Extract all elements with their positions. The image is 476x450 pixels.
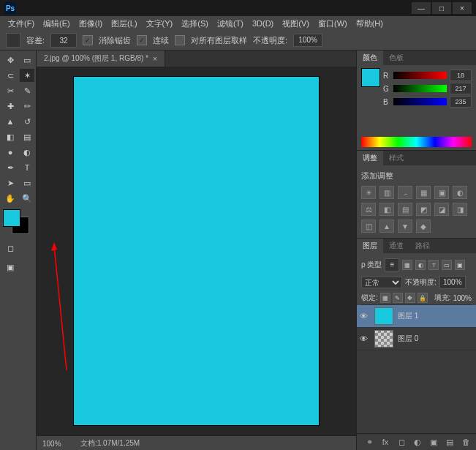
hand-tool[interactable]: ✋ [3,192,18,205]
menu-edit[interactable]: 编辑(E) [39,17,74,31]
document-tab-close-icon[interactable]: × [153,55,157,63]
adj-exposure-icon[interactable]: ▦ [416,186,431,199]
layer-style-icon[interactable]: fx [379,436,391,448]
foreground-swatch[interactable] [3,209,20,227]
layer-name[interactable]: 图层 1 [398,311,418,321]
maximize-button[interactable]: □ [432,2,451,14]
tab-paths[interactable]: 路径 [409,239,436,253]
adj-gradient-map-icon[interactable]: ▼ [398,220,412,233]
menu-type[interactable]: 文字(Y) [143,17,177,31]
b-slider[interactable] [393,98,447,105]
menu-select[interactable]: 选择(S) [178,17,212,31]
new-fill-icon[interactable]: ◐ [412,436,423,448]
eraser-tool[interactable]: ◧ [3,130,18,143]
menu-window[interactable]: 窗口(W) [314,17,351,31]
adj-vibrance-icon[interactable]: ▣ [434,186,449,199]
move-tool[interactable]: ✥ [3,53,18,67]
pen-tool[interactable]: ✒ [3,161,18,174]
brush-tool[interactable]: ✏ [20,100,34,113]
lock-position-icon[interactable]: ✥ [405,293,415,303]
layer-thumbnail[interactable] [374,330,393,348]
tab-adjustments[interactable]: 调整 [357,151,383,165]
sampleall-checkbox[interactable] [175,35,185,45]
layer-kind-select[interactable]: ≡ [385,258,399,271]
layer-opacity-value[interactable]: 100% [439,276,466,289]
tab-layers[interactable]: 图层 [357,239,383,253]
delete-layer-icon[interactable]: 🗑 [460,436,472,448]
zoom-tool[interactable]: 🔍 [20,192,34,205]
menu-layer[interactable]: 图层(L) [107,17,140,31]
adj-hue-icon[interactable]: ◐ [453,186,467,199]
layer-item[interactable]: 👁图层 1 [357,305,476,328]
adj-color-balance-icon[interactable]: ⚖ [361,203,376,216]
link-layers-icon[interactable]: ⚭ [363,436,375,448]
adj-threshold-icon[interactable]: ▲ [379,220,394,233]
type-tool[interactable]: T [20,161,34,174]
lock-all-icon[interactable]: 🔒 [418,293,428,303]
adj-photo-filter-icon[interactable]: ▤ [398,203,412,216]
tab-swatches[interactable]: 色板 [383,50,409,65]
layer-item[interactable]: 👁图层 0 [357,328,476,350]
opacity-value[interactable]: 100% [293,34,322,47]
healing-tool[interactable]: ✚ [3,100,18,113]
menu-help[interactable]: 帮助(H) [352,17,387,31]
menu-view[interactable]: 视图(V) [279,17,313,31]
antialias-checkbox[interactable]: ✓ [83,35,93,45]
canvas-area[interactable] [37,67,356,435]
color-sample-swatch[interactable] [361,68,380,87]
dodge-tool[interactable]: ◐ [20,146,34,159]
adj-lookup-icon[interactable]: ◪ [434,203,449,216]
stamp-tool[interactable]: ▲ [3,115,18,128]
filter-smart-icon[interactable]: ▣ [455,260,465,270]
layer-thumbnail[interactable] [374,307,393,325]
adj-invert-icon[interactable]: ◨ [453,203,467,216]
close-button[interactable]: × [453,2,472,14]
b-value[interactable]: 235 [450,96,472,108]
adj-curves-icon[interactable]: ⦧ [398,186,412,199]
gradient-tool[interactable]: ▤ [20,130,34,143]
quick-mask-button[interactable]: ◻ [3,241,18,255]
adj-levels-icon[interactable]: ▥ [379,186,394,199]
shape-tool[interactable]: ▭ [20,176,34,190]
tab-color[interactable]: 颜色 [357,50,383,65]
menu-3d[interactable]: 3D(D) [249,18,277,29]
canvas[interactable] [74,77,319,425]
minimize-button[interactable]: — [412,2,431,14]
tool-preset-icon[interactable] [6,33,20,48]
color-spectrum[interactable] [361,137,472,147]
filter-pixels-icon[interactable]: ▦ [402,260,412,270]
adj-selective-color-icon[interactable]: ◆ [416,220,431,233]
menu-image[interactable]: 图像(I) [75,17,106,31]
marquee-tool[interactable]: ▭ [20,53,34,67]
history-brush-tool[interactable]: ↺ [20,115,34,128]
new-layer-icon[interactable]: ▤ [444,436,456,448]
menu-file[interactable]: 文件(F) [4,17,38,31]
adj-bw-icon[interactable]: ◧ [379,203,394,216]
tab-channels[interactable]: 通道 [383,239,409,253]
blur-tool[interactable]: ● [3,146,18,159]
filter-shape-icon[interactable]: ▭ [442,260,452,270]
adj-brightness-icon[interactable]: ☀ [361,186,376,199]
tolerance-input[interactable] [50,33,77,48]
screen-mode-button[interactable]: ▣ [3,260,18,274]
adj-posterize-icon[interactable]: ◫ [361,220,376,233]
layer-mask-icon[interactable]: ◻ [396,436,407,448]
filter-type-icon[interactable]: T [428,260,439,270]
filter-adjust-icon[interactable]: ◐ [415,260,426,270]
lock-transparent-icon[interactable]: ▦ [380,293,390,303]
contiguous-checkbox[interactable]: ✓ [137,35,147,45]
magic-wand-tool[interactable]: ✶ [20,69,34,82]
crop-tool[interactable]: ✂ [3,84,18,97]
adj-channel-mixer-icon[interactable]: ◩ [416,203,431,216]
fill-value[interactable]: 100% [453,294,472,302]
document-tab[interactable]: 2.jpg @ 100% (图层 1, RGB/8) * × [37,50,165,67]
zoom-value[interactable]: 100% [42,440,70,448]
tab-styles[interactable]: 样式 [383,151,409,165]
visibility-icon[interactable]: 👁 [360,334,370,343]
g-slider[interactable] [393,85,447,92]
visibility-icon[interactable]: 👁 [360,312,370,320]
new-group-icon[interactable]: ▣ [428,436,439,448]
lock-pixels-icon[interactable]: ✎ [393,293,403,303]
eyedropper-tool[interactable]: ✎ [20,84,34,97]
path-select-tool[interactable]: ➤ [3,176,18,190]
